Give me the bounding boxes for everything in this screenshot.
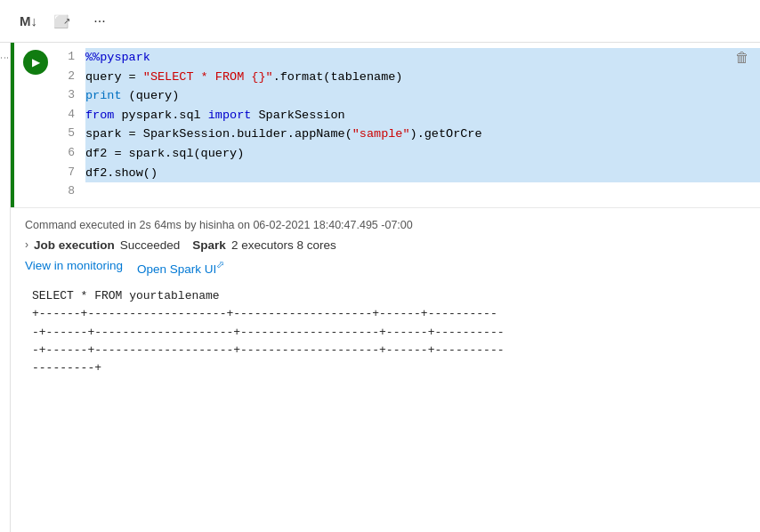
line-number-3: 3 [57,86,85,106]
line-content-3: print (query) [85,86,760,106]
markdown-icon: M↓ [20,13,37,28]
sql-line-3: -+------+--------------------+----------… [32,324,746,342]
code-line-5: 5 spark = SparkSession.builder.appName("… [57,125,760,144]
play-icon: ▶ [32,56,40,69]
code-line-1: 1 %%pyspark [57,48,760,68]
open-spark-ui-link[interactable]: Open Spark UI⬀ [137,259,224,276]
line-content-7: df2.show() [85,164,760,183]
gutter-indicator: ⋮ [0,53,10,63]
main-area: ⋮ ▶ 1 %%pyspark 2 [0,43,760,532]
chevron-right-icon: › [25,238,28,251]
code-line-2: 2 query = "SELECT * FROM {}".format(tabl… [57,68,760,87]
run-button[interactable]: ▶ [23,50,48,75]
line-content-6: df2 = spark.sql(query) [85,144,760,164]
sql-line-1: SELECT * FROM yourtablename [32,287,746,305]
code-line-3: 3 print (query) [57,86,760,106]
format-button[interactable]: ⬜↗ [50,7,78,36]
ellipsis-icon: ··· [93,13,105,29]
left-gutter: ⋮ [0,43,11,532]
line-content-5: spark = SparkSession.builder.appName("sa… [85,125,760,144]
line-content-1: %%pyspark [85,48,760,68]
format-icon: ⬜↗ [53,14,76,28]
sql-line-4: -+------+--------------------+----------… [32,342,746,359]
open-spark-ui-label: Open Spark UI [137,262,216,275]
job-execution-row: › Job execution Succeeded Spark 2 execut… [25,238,746,252]
job-status: Succeeded [120,238,181,252]
line-content-2: query = "SELECT * FROM {}".format(tablen… [85,68,760,87]
line-content-4: from pyspark.sql import SparkSession [85,106,760,125]
toolbar: M↓ ⬜↗ ··· [0,0,760,43]
code-editor[interactable]: 1 %%pyspark 2 query = "SELECT * FROM {}"… [57,43,760,207]
sql-output: SELECT * FROM yourtablename +------+----… [25,287,746,377]
cell-area: ▶ 1 %%pyspark 2 query = "SELECT * FROM {… [11,43,760,532]
output-area: Command executed in 2s 64ms by hisinha o… [11,208,760,532]
code-line-7: 7 df2.show() [57,164,760,183]
line-number-7: 7 [57,164,85,183]
command-info: Command executed in 2s 64ms by hisinha o… [25,219,746,231]
code-line-4: 4 from pyspark.sql import SparkSession [57,106,760,125]
delete-cell-button[interactable]: 🗑 [735,50,749,67]
code-line-6: 6 df2 = spark.sql(query) [57,144,760,164]
code-line-8: 8 [57,182,760,202]
spark-detail: 2 executors 8 cores [231,238,336,252]
sql-line-2: +------+--------------------+-----------… [32,305,746,323]
run-button-area: ▶ [14,43,57,207]
line-content-8 [85,182,760,202]
line-number-4: 4 [57,106,85,125]
more-options-button[interactable]: ··· [85,7,114,36]
external-link-icon: ⬀ [216,259,224,270]
job-label: Job execution [34,238,115,252]
spark-label: Spark [192,238,226,252]
code-cell: ▶ 1 %%pyspark 2 query = "SELECT * FROM {… [11,43,760,208]
view-in-monitoring-link[interactable]: View in monitoring [25,259,123,276]
monitoring-links: View in monitoring Open Spark UI⬀ [25,259,746,276]
line-number-1: 1 [57,48,85,68]
line-number-2: 2 [57,68,85,87]
sql-line-5: ---------+ [32,359,746,377]
line-number-6: 6 [57,144,85,164]
line-number-5: 5 [57,125,85,144]
markdown-button[interactable]: M↓ [14,7,43,36]
line-number-8: 8 [57,182,85,202]
